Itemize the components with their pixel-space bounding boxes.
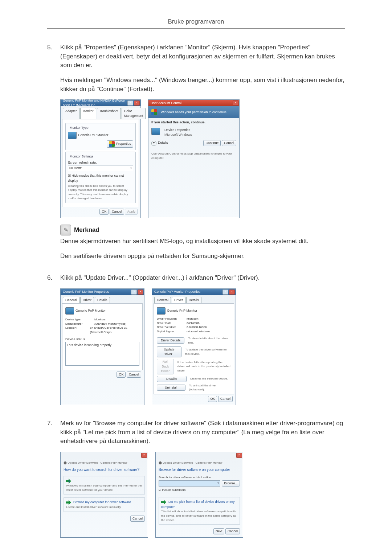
ok-button[interactable]: OK — [208, 396, 217, 402]
help-button[interactable]: ? — [222, 290, 228, 295]
cancel-button[interactable]: Cancel — [110, 209, 124, 215]
path-combobox[interactable]: ▾ — [159, 480, 220, 487]
cancel-button[interactable]: Cancel — [225, 528, 240, 534]
tab-troubleshoot[interactable]: Troubleshoot — [97, 108, 121, 119]
uac-publisher: Microsoft Windows — [164, 132, 192, 137]
hide-modes-desc: Clearing this check box allows you to se… — [68, 184, 133, 201]
cancel-button[interactable]: Cancel — [130, 516, 145, 522]
close-button[interactable]: × — [236, 453, 242, 458]
step-6: 6. Klikk på "Update Driver..." (Oppdater… — [47, 274, 345, 412]
update-driver-dialog-2: × ⬤ Update Driver Software - Generic PnP… — [155, 452, 243, 538]
titlebar: Generic PnP Monitor and NVIDIA GeForce 6… — [61, 100, 140, 106]
note-label: Merknad — [74, 226, 99, 235]
step5-text-1: Klikk på "Properties" (Egenskaper) i ark… — [60, 43, 345, 70]
page-header: Bruke programvaren — [47, 18, 345, 25]
group-monitor-type: Monitor Type — [69, 126, 90, 130]
tab-general[interactable]: General — [63, 297, 79, 303]
details-toggle[interactable]: Details — [158, 141, 168, 144]
titlebar: Generic PnP Monitor Properties ?× — [61, 289, 144, 295]
cancel-button[interactable]: Cancel — [218, 396, 233, 402]
app-icon — [151, 128, 160, 135]
tab-details[interactable]: Details — [186, 297, 201, 303]
uac-ifstarted: If you started this action, continue. — [151, 120, 236, 125]
tab-adapter[interactable]: Adapter — [63, 108, 79, 119]
step-5: 5. Klikk på "Properties" (Egenskaper) i … — [47, 43, 345, 266]
note-text-1: Denne skjermdriveren har sertifisert MS-… — [60, 237, 345, 246]
dialog-title: Generic PnP Monitor Properties — [63, 290, 109, 294]
chevron-down-icon[interactable]: ▾ — [151, 141, 156, 146]
shield-icon — [151, 109, 157, 115]
include-subfolders-checkbox[interactable]: Include subfolders — [159, 488, 240, 492]
browse-computer-option[interactable]: Browse my computer for driver software L… — [64, 497, 145, 512]
update-driver-button[interactable]: Update Driver... — [157, 346, 181, 357]
uac-footer: User Account Control helps stop unauthor… — [151, 150, 236, 160]
close-button[interactable]: × — [233, 100, 238, 106]
tab-general[interactable]: General — [154, 297, 171, 303]
uac-devprops: Device Properties — [164, 128, 192, 132]
search-auto-option[interactable]: Search automatically for updated driver … — [64, 476, 145, 495]
close-button[interactable]: × — [134, 100, 140, 106]
arrow-icon — [161, 500, 166, 505]
manual-page: Bruke programvaren 5. Klikk på "Properti… — [0, 0, 392, 554]
wizard-heading: Browse for driver software on your compu… — [159, 467, 240, 473]
ok-button[interactable]: OK — [117, 372, 126, 378]
chevron-down-icon: ▾ — [217, 481, 219, 485]
next-button[interactable]: Next — [213, 528, 225, 534]
tab-details[interactable]: Details — [95, 297, 110, 303]
tab-driver[interactable]: Driver — [172, 297, 185, 303]
header-rule — [47, 28, 345, 29]
arrow-icon: Search automatically for updated driver … — [66, 479, 71, 484]
search-location-label: Search for driver software in this locat… — [159, 475, 240, 480]
shield-icon — [109, 141, 115, 147]
chevron-down-icon: ▾ — [130, 166, 132, 171]
uac-heading: Windows needs your permission to contion… — [161, 110, 228, 115]
wizard-heading: How do you want to search for driver sof… — [64, 467, 145, 473]
hide-modes-checkbox[interactable]: Hide modes that this monitor cannot disp… — [68, 173, 133, 183]
step-number: 6. — [47, 274, 60, 412]
apply-button[interactable]: Apply — [125, 209, 138, 215]
wizard-breadcrumb: Update Driver Software - Generic PnP Mon… — [68, 461, 127, 464]
pnp-properties-driver: Generic PnP Monitor Properties ?× Genera… — [152, 288, 236, 405]
note-icon: ✎ — [60, 225, 71, 235]
note-header: ✎ Merknad — [60, 225, 345, 235]
update-driver-dialog-1: × ⬤ Update Driver Software - Generic PnP… — [60, 452, 148, 538]
let-me-pick-option[interactable]: Let me pick from a list of device driver… — [159, 497, 240, 525]
wizard-breadcrumb: Update Driver Software - Generic PnP Mon… — [163, 461, 222, 464]
refresh-label: Screen refresh rate: — [68, 160, 133, 165]
rollback-driver-button[interactable]: Roll Back Driver — [157, 359, 174, 374]
tab-color[interactable]: Color Management — [122, 108, 146, 119]
disable-button[interactable]: Disable — [157, 376, 187, 382]
titlebar: Generic PnP Monitor Properties ?× — [152, 289, 236, 295]
note-text-2: Den sertifiserte driveren oppgis på nett… — [60, 252, 345, 261]
step-number: 5. — [47, 43, 60, 266]
step-number: 7. — [47, 419, 60, 544]
close-button[interactable]: × — [138, 290, 143, 295]
monitor-name: Generic PnP Monitor — [78, 134, 108, 137]
close-button[interactable]: × — [229, 290, 235, 295]
tab-monitor[interactable]: Monitor — [80, 108, 96, 119]
close-button[interactable]: × — [141, 453, 147, 458]
dialog-title: Generic PnP Monitor and NVIDIA GeForce 6… — [63, 98, 127, 108]
dialog-title: User Account Control — [151, 101, 181, 106]
refresh-rate-select[interactable]: 60 Hertz ▾ — [68, 165, 133, 171]
continue-button[interactable]: Continue — [203, 140, 221, 146]
cancel-button[interactable]: Cancel — [127, 372, 141, 378]
ok-button[interactable]: OK — [99, 209, 109, 215]
help-button[interactable]: ? — [127, 100, 133, 106]
device-status-label: Device status — [65, 337, 139, 342]
driver-details-button[interactable]: Driver Details — [157, 337, 184, 344]
browse-button[interactable]: Browse... — [222, 480, 240, 487]
tab-driver[interactable]: Driver — [80, 297, 94, 303]
properties-button[interactable]: Properties — [107, 140, 133, 148]
monitor-name: Generic PnP Monitor — [75, 309, 106, 312]
monitor-name: Generic PnP Monitor — [167, 309, 197, 312]
step7-text: Merk av for "Browse my computer for driv… — [60, 419, 345, 446]
help-button[interactable]: ? — [131, 290, 137, 295]
monitor-icon — [68, 132, 77, 139]
uninstall-button[interactable]: Uninstall — [157, 385, 185, 391]
pnp-properties-general: Generic PnP Monitor Properties ?× Genera… — [60, 288, 144, 405]
cancel-button[interactable]: Cancel — [222, 140, 236, 146]
step-7: 7. Merk av for "Browse my computer for d… — [47, 419, 345, 544]
tabs: Adapter Monitor Troubleshoot Color Manag… — [61, 106, 140, 119]
step5-text-2: Hvis meldingen "Windows needs..." (Windo… — [60, 76, 345, 94]
